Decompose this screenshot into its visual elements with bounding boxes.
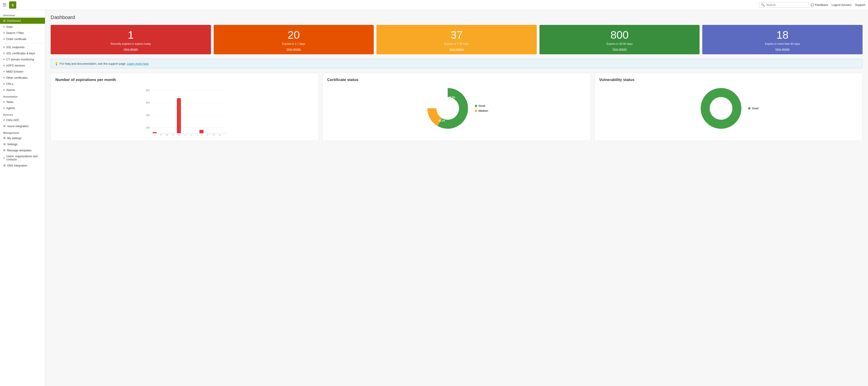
- stat-number-1-7: 20: [288, 30, 300, 40]
- svg-point-28: [436, 97, 459, 120]
- sidebar-item-agents[interactable]: ≡ Agents: [0, 105, 45, 111]
- sidebar-item-dns-integration[interactable]: ⚙ DNS integration: [0, 162, 45, 169]
- sidebar-item-users-orgs[interactable]: ≡ Users, organizations and contacts: [0, 153, 45, 162]
- svg-text:A: A: [196, 134, 198, 136]
- stat-link-expired[interactable]: View details: [123, 48, 138, 51]
- vuln-status-chart-card: Vulnerability status Good: [594, 73, 863, 141]
- sidebar-item-label: Dashboard: [7, 19, 21, 22]
- support-button[interactable]: Support: [855, 3, 865, 6]
- sidebar-item-message-templates[interactable]: ✉ Message templates: [0, 147, 45, 153]
- svg-rect-16: [177, 98, 181, 133]
- stat-label-7-30: Expires in 7-30 days: [444, 42, 469, 46]
- sidebar-item-stats[interactable]: ≡ Stats: [0, 24, 45, 30]
- sidebar-item-label: CRLs: [6, 82, 13, 86]
- sidebar-item-label: Agents: [6, 107, 15, 110]
- order-cert-icon: ≡: [3, 37, 5, 41]
- stat-card-7-30[interactable]: 37 Expires in 7-30 days View details: [376, 25, 537, 54]
- vuln-legend-item-good: Good: [748, 107, 758, 110]
- expirations-bar-chart: 800 600 400 200 J F M A M: [55, 86, 314, 136]
- legend-dot-medium: [475, 110, 477, 112]
- legend-label-good: Good: [478, 104, 485, 108]
- legend-item-medium: Medium: [475, 109, 488, 113]
- sidebar-item-label: Citrix ADC: [6, 119, 20, 122]
- sidebar-item-dashboard[interactable]: ⊞ Dashboard: [0, 18, 45, 24]
- menu-icon[interactable]: ☰: [3, 2, 6, 7]
- stat-label-expired: Recently expired or expires today: [111, 42, 151, 46]
- search-input[interactable]: [766, 3, 807, 6]
- sidebar-item-label: Azure integration: [7, 125, 29, 128]
- info-icon: 💡: [55, 62, 58, 65]
- sidebar-item-order-cert[interactable]: ≡ Order certificate: [0, 36, 45, 42]
- topbar-actions: 💬 Feedback Logout (tvuser) Support: [811, 3, 865, 6]
- svg-text:400: 400: [146, 114, 150, 117]
- svg-text:600: 600: [146, 101, 150, 104]
- sidebar-item-label: Users, organizations and contacts: [6, 155, 42, 161]
- sidebar-item-search-filter[interactable]: ≡ Search / Filter: [0, 30, 45, 36]
- other-certs-icon: ≡: [3, 76, 5, 80]
- citrix-icon: ≡: [3, 118, 5, 122]
- stat-number-expired: 1: [128, 30, 134, 40]
- sidebar-item-settings[interactable]: ⚙ Settings: [0, 141, 45, 147]
- info-bar-link[interactable]: Learn more here: [127, 62, 149, 65]
- sidebar-item-label: Alarms: [6, 88, 15, 92]
- topbar: ☰ S 🔍 💬 Feedback Logout (tvuser) Support: [0, 0, 868, 10]
- sidebar-item-label: Other certificates: [6, 76, 28, 80]
- vuln-status-donut: [699, 86, 744, 131]
- sidebar-item-ct-domain[interactable]: ≡ CT domain monitoring: [0, 56, 45, 62]
- feedback-button[interactable]: 💬 Feedback: [811, 3, 828, 6]
- sidebar-item-ssl-endpoints[interactable]: ≡ SSL endpoints: [0, 44, 45, 50]
- sidebar-item-label: Stats: [6, 25, 13, 29]
- sidebar-item-label: ADFS services: [6, 64, 25, 67]
- svg-text:S: S: [11, 3, 13, 7]
- sidebar-item-mitid[interactable]: ≡ MitID Erhverv: [0, 68, 45, 75]
- sidebar-item-label: Settings: [7, 143, 18, 146]
- search-box[interactable]: 🔍: [759, 2, 809, 8]
- logout-button[interactable]: Logout (tvuser): [832, 3, 851, 6]
- search-icon: 🔍: [761, 3, 765, 7]
- sidebar-item-crls[interactable]: ≡ CRLs: [0, 81, 45, 87]
- azure-icon: ⚙: [3, 124, 6, 128]
- sidebar-item-label: Search / Filter: [6, 31, 24, 35]
- feedback-icon: 💬: [811, 3, 814, 6]
- svg-text:J: J: [191, 134, 192, 136]
- sidebar-item-other-certs[interactable]: ≡ Other certificates: [0, 75, 45, 81]
- stat-card-90plus[interactable]: 18 Expires in more than 90 days View det…: [702, 25, 863, 54]
- sidebar-item-alarms[interactable]: ≡ Alarms: [0, 87, 45, 93]
- sidebar-item-azure-integration[interactable]: ⚙ Azure integration: [0, 123, 45, 129]
- charts-row: Number of expirations per month 800 600 …: [51, 73, 863, 141]
- automation-section-label: Automation: [0, 93, 45, 99]
- my-settings-icon: ⚙: [3, 137, 6, 140]
- vuln-status-chart-title: Vulnerability status: [599, 78, 858, 82]
- svg-text:800: 800: [146, 89, 150, 92]
- svg-text:F: F: [160, 134, 161, 136]
- adfs-icon: ≡: [3, 64, 5, 67]
- sidebar-item-tasks[interactable]: ≡ Tasks: [0, 99, 45, 105]
- stat-link-7-30[interactable]: View details: [450, 48, 464, 51]
- devices-section-label: Devices: [0, 111, 45, 117]
- svg-text:N: N: [213, 134, 215, 136]
- cert-status-chart-title: Certificate status: [327, 78, 586, 82]
- stat-label-30-90: Expires in 30-90 days: [607, 42, 632, 46]
- sidebar-item-citrix-adc[interactable]: ≡ Citrix ADC: [0, 117, 45, 123]
- vuln-status-legend: Good: [748, 107, 758, 110]
- legend-dot-good: [475, 105, 477, 107]
- stat-number-90plus: 18: [776, 30, 788, 40]
- sidebar-item-my-settings[interactable]: ⚙ My settings: [0, 135, 45, 141]
- agents-icon: ≡: [3, 106, 5, 110]
- main-content: Dashboard 1 Recently expired or expires …: [45, 10, 868, 386]
- sidebar-item-adfs[interactable]: ≡ ADFS services: [0, 62, 45, 68]
- stat-card-expired[interactable]: 1 Recently expired or expires today View…: [51, 25, 211, 54]
- svg-rect-21: [199, 130, 204, 133]
- mitid-icon: ≡: [3, 70, 5, 73]
- svg-rect-11: [153, 132, 157, 133]
- stat-link-1-7[interactable]: View details: [286, 48, 301, 51]
- settings-icon: ⚙: [3, 143, 6, 146]
- ssl-endpoints-icon: ≡: [3, 46, 5, 49]
- stat-link-90plus[interactable]: View details: [775, 48, 790, 51]
- stat-link-30-90[interactable]: View details: [612, 48, 627, 51]
- sidebar-item-ssl-certs-keys[interactable]: ≡ SSL certificates & keys: [0, 50, 45, 56]
- stat-card-30-90[interactable]: 800 Expires in 30-90 days View details: [539, 25, 700, 54]
- stat-card-1-7[interactable]: 20 Expires in 1-7 days View details: [214, 25, 374, 54]
- stat-cards-row: 1 Recently expired or expires today View…: [51, 25, 863, 54]
- svg-text:J: J: [154, 134, 155, 136]
